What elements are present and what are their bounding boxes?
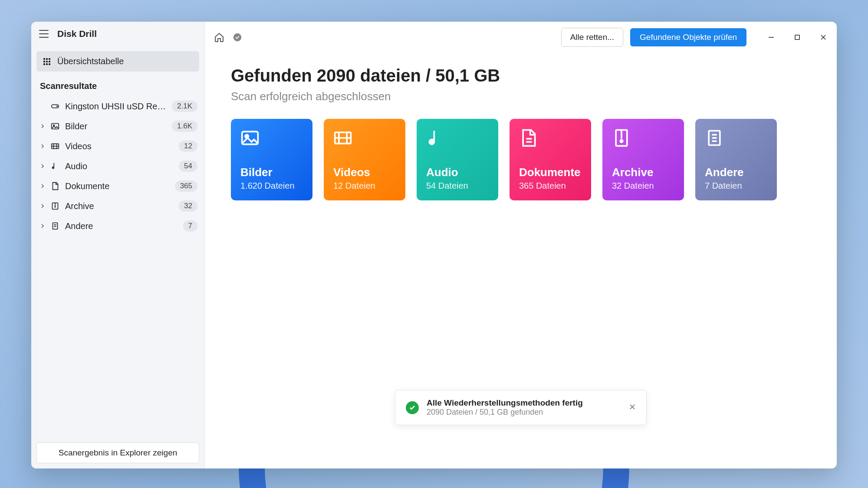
chevron-right-icon [40, 203, 45, 209]
close-icon[interactable] [629, 403, 636, 413]
app-window: Disk Drill Übersichtstabelle Scanresulta… [31, 22, 837, 468]
svg-rect-2 [52, 124, 59, 129]
maximize-button[interactable] [792, 33, 802, 42]
image-icon [240, 128, 260, 147]
close-button[interactable] [819, 33, 828, 42]
content-area: Gefunden 2090 dateien / 50,1 GB Scan erf… [205, 53, 837, 213]
chevron-right-icon [40, 144, 45, 149]
card-andere[interactable]: Andere 7 Dateien [695, 119, 777, 200]
card-count: 7 Dateien [705, 181, 767, 191]
count-badge: 2.1K [172, 101, 197, 112]
music-note-icon [426, 128, 445, 147]
card-audio[interactable]: Audio 54 Dateien [417, 119, 498, 200]
chevron-right-icon [40, 124, 45, 129]
page-title: Gefunden 2090 dateien / 50,1 GB [231, 66, 811, 85]
card-title: Andere [705, 166, 767, 179]
svg-rect-16 [795, 35, 799, 39]
count-badge: 7 [183, 220, 197, 232]
sidebar-item-bilder[interactable]: Bilder 1.6K [31, 116, 204, 136]
chevron-right-icon [40, 183, 45, 189]
sidebar-item-archive[interactable]: Archive 32 [31, 196, 204, 216]
sidebar-item-label: Andere [65, 221, 178, 231]
review-found-button[interactable]: Gefundene Objekte prüfen [630, 28, 746, 46]
count-badge: 54 [179, 160, 197, 172]
card-title: Bilder [240, 166, 303, 179]
category-cards: Bilder 1.620 Dateien Videos 12 Dateien A… [231, 119, 811, 200]
card-archive[interactable]: Archive 32 Dateien [602, 119, 684, 200]
home-icon[interactable] [214, 32, 225, 43]
rescue-all-button[interactable]: Alle retten... [561, 28, 623, 47]
chevron-right-icon [40, 223, 45, 229]
sidebar-item-label: Audio [65, 161, 174, 171]
sidebar-item-label: Videos [65, 141, 174, 151]
drive-icon [50, 102, 60, 111]
check-circle-icon [406, 401, 419, 414]
page-subtitle: Scan erfolgreich abgeschlossen [231, 90, 811, 103]
image-icon [50, 121, 60, 131]
show-in-explorer-button[interactable]: Scanergebnis in Explorer zeigen [36, 442, 199, 463]
checkmark-status-icon[interactable] [232, 32, 243, 43]
sidebar-item-videos[interactable]: Videos 12 [31, 136, 204, 156]
file-icon [705, 128, 724, 147]
document-icon [519, 128, 538, 147]
svg-point-29 [620, 140, 623, 143]
card-count: 32 Dateien [612, 181, 674, 191]
minimize-button[interactable] [766, 33, 776, 42]
main-content: Alle retten... Gefundene Objekte prüfen … [205, 22, 837, 468]
sidebar-item-dokumente[interactable]: Dokumente 365 [31, 176, 204, 196]
sidebar-item-andere[interactable]: Andere 7 [31, 216, 204, 236]
svg-rect-19 [242, 131, 258, 144]
document-icon [50, 181, 60, 191]
archive-icon [50, 201, 60, 211]
card-bilder[interactable]: Bilder 1.620 Dateien [231, 119, 312, 200]
grid-icon [43, 58, 50, 65]
topbar: Alle retten... Gefundene Objekte prüfen [205, 22, 837, 53]
sidebar-item-device[interactable]: Kingston UHSII uSD Rea… 2.1K [31, 96, 204, 116]
video-icon [333, 128, 352, 147]
card-dokumente[interactable]: Dokumente 365 Dateien [510, 119, 591, 200]
sidebar-item-label: Bilder [65, 121, 167, 131]
music-note-icon [50, 161, 60, 171]
overview-tab[interactable]: Übersichtstabelle [36, 51, 199, 72]
sidebar-item-label: Dokumente [65, 181, 170, 191]
card-title: Dokumente [519, 166, 582, 179]
card-title: Audio [426, 166, 489, 179]
archive-icon [612, 128, 631, 147]
svg-point-10 [55, 206, 56, 207]
card-count: 365 Dateien [519, 181, 582, 191]
chevron-right-icon [40, 164, 45, 169]
count-badge: 365 [175, 180, 197, 192]
card-title: Videos [333, 166, 396, 179]
toast-title: Alle Wiederherstellungsmethoden fertig [427, 398, 621, 408]
app-title: Disk Drill [57, 29, 97, 39]
toast-body: Alle Wiederherstellungsmethoden fertig 2… [427, 398, 621, 417]
card-count: 1.620 Dateien [240, 181, 303, 191]
toast-subtitle: 2090 Dateien / 50,1 GB gefunden [427, 408, 621, 417]
count-badge: 12 [179, 141, 197, 152]
count-badge: 1.6K [172, 121, 197, 132]
card-videos[interactable]: Videos 12 Dateien [324, 119, 405, 200]
overview-label: Übersichtstabelle [57, 56, 124, 66]
svg-point-1 [57, 106, 58, 107]
file-icon [50, 221, 60, 231]
sidebar-item-audio[interactable]: Audio 54 [31, 156, 204, 176]
count-badge: 32 [179, 200, 197, 212]
hamburger-menu-icon[interactable] [39, 30, 49, 38]
card-count: 54 Dateien [426, 181, 489, 191]
sidebar-item-label: Kingston UHSII uSD Rea… [65, 102, 167, 111]
card-title: Archive [612, 166, 674, 179]
window-controls [766, 33, 828, 42]
video-icon [50, 141, 60, 151]
sidebar-header: Disk Drill [31, 22, 204, 46]
card-count: 12 Dateien [333, 181, 396, 191]
sidebar: Disk Drill Übersichtstabelle Scanresulta… [31, 22, 205, 468]
sidebar-footer: Scanergebnis in Explorer zeigen [31, 437, 204, 468]
scan-results-heading: Scanresultate [31, 72, 204, 96]
completion-toast: Alle Wiederherstellungsmethoden fertig 2… [395, 390, 647, 425]
svg-point-14 [233, 33, 241, 41]
sidebar-item-label: Archive [65, 201, 174, 211]
